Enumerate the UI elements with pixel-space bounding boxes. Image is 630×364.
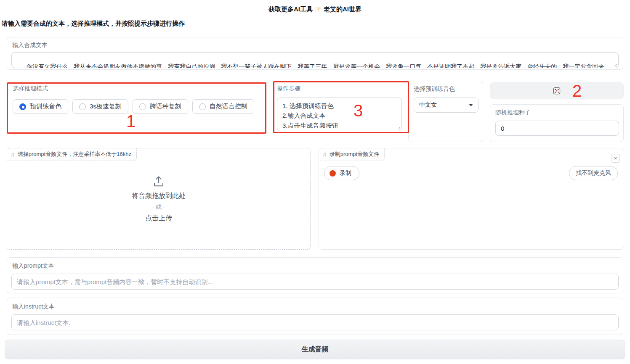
radio-icon[interactable] [79, 103, 86, 110]
no-microphone-button[interactable]: 找不到麦克风 [569, 166, 618, 180]
radio-pretrained-voice[interactable]: 预训练音色 [13, 99, 68, 114]
chevron-down-icon [469, 104, 473, 106]
voice-select-label: 选择预训练音色 [414, 85, 478, 93]
instruct-text-label: 输入instruct文本 [12, 303, 619, 311]
record-panel-label: 录制prompt音频文件 [330, 150, 379, 158]
or-text: - 或 - [152, 203, 165, 211]
radio-crosslingual-clone[interactable]: 跨语种复刻 [133, 99, 188, 114]
upload-icon [152, 175, 165, 187]
promo-text: 获取更多AI工具 [268, 5, 313, 13]
synth-text-panel: 输入合成文本 你没有欠我什么，我从来不会逼朋友做他不愿做的事，我有我自己的原则，… [7, 37, 623, 70]
record-dot-icon [330, 170, 336, 177]
prompt-audio-upload-dropzone[interactable]: ♫ 选择prompt音频文件，注意采样率不低于16khz 将音频拖放到此处 - … [7, 148, 311, 250]
seed-input[interactable] [495, 121, 619, 136]
radio-icon[interactable] [139, 103, 146, 110]
inference-mode-options: 预训练音色 3s极速复刻 跨语种复刻 自然语言控制 [13, 99, 261, 114]
prompt-text-input[interactable] [11, 274, 619, 290]
click-to-upload-text[interactable]: 点击上传 [145, 214, 172, 223]
page-instructions: 请输入需要合成的文本，选择推理模式，并按照提示步骤进行操作 [2, 20, 185, 28]
generate-audio-button[interactable]: 生成音频 [5, 340, 625, 359]
seed-label: 随机推理种子 [495, 109, 618, 116]
radio-label: 预训练音色 [30, 103, 61, 111]
random-seed-dice-button[interactable] [490, 82, 624, 99]
radio-label: 3s极速复刻 [90, 103, 122, 111]
synth-text-input[interactable]: 你没有欠我什么，我从来不会逼朋友做他不愿做的事，我有我自己的原则，我不想一辈子被… [11, 52, 619, 68]
promo-link[interactable]: 老艾的AI世界 [324, 5, 362, 13]
voice-select-value: 中文女 [419, 101, 437, 109]
record-panel-tab: ♫ 录制prompt音频文件 [319, 148, 385, 161]
resize-handle-icon[interactable] [396, 126, 400, 129]
radio-3s-clone[interactable]: 3s极速复刻 [72, 99, 128, 114]
seed-panel: 随机推理种子 [490, 104, 624, 142]
steps-textarea-wrap: 1. 选择预训练音色 2.输入合成文本 3.点击生成音频按钮 [277, 98, 402, 131]
prompt-text-panel: 输入prompt文本 [7, 257, 623, 293]
inference-mode-label: 选择推理模式 [13, 85, 261, 92]
voice-select-dropdown[interactable]: 中文女 [414, 98, 478, 113]
radio-label: 自然语言控制 [210, 103, 247, 111]
upload-panel-label: 选择prompt音频文件，注意采样率不低于16khz [18, 150, 131, 158]
resize-handle-icon[interactable] [613, 63, 617, 66]
prompt-text-label: 输入prompt文本 [12, 262, 619, 270]
close-icon[interactable]: × [611, 154, 620, 163]
radio-icon[interactable] [19, 103, 26, 110]
pointing-hand-icon: ☞ [313, 5, 324, 14]
steps-label: 操作步骤 [277, 85, 401, 92]
radio-label: 跨语种复刻 [150, 103, 181, 111]
synth-text-label: 输入合成文本 [12, 42, 619, 49]
dice-icon [553, 87, 561, 95]
record-button-label: 录制 [340, 169, 351, 177]
instruct-text-panel: 输入instruct文本 [7, 298, 623, 335]
drop-audio-text: 将音频拖放到此处 [132, 192, 186, 200]
radio-natural-language-control[interactable]: 自然语言控制 [192, 99, 254, 114]
prompt-audio-record-panel: ♫ 录制prompt音频文件 × 录制 找不到麦克风 [319, 148, 624, 250]
header: 获取更多AI工具☞老艾的AI世界 [0, 4, 630, 14]
radio-icon[interactable] [199, 103, 206, 110]
steps-textarea[interactable]: 1. 选择预训练音色 2.输入合成文本 3.点击生成音频按钮 [282, 101, 396, 128]
upload-panel-tab: ♫ 选择prompt音频文件，注意采样率不低于16khz [7, 148, 137, 161]
instruct-text-input[interactable] [11, 314, 619, 330]
steps-block: 操作步骤 1. 选择预训练音色 2.输入合成文本 3.点击生成音频按钮 [273, 81, 405, 142]
voice-select-panel: 选择预训练音色 中文女 [408, 81, 483, 142]
music-note-icon: ♫ [322, 151, 327, 158]
music-note-icon: ♫ [11, 151, 15, 158]
record-button[interactable]: 录制 [324, 166, 359, 180]
inference-mode-group: 选择推理模式 预训练音色 3s极速复刻 跨语种复刻 自然语言控制 [7, 81, 266, 142]
tts-app: 获取更多AI工具☞老艾的AI世界 请输入需要合成的文本，选择推理模式，并按照提示… [0, 0, 630, 364]
